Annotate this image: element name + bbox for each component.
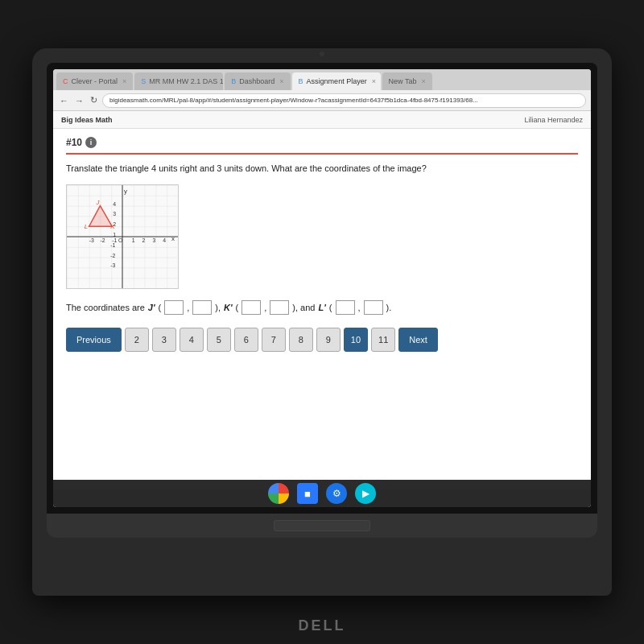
pagination: Previous 2 3 4 5 6 7 8 9 10 11 Next xyxy=(66,328,578,352)
tab-clever[interactable]: C Clever - Portal × xyxy=(56,72,133,90)
svg-text:4: 4 xyxy=(113,201,116,207)
info-icon[interactable]: i xyxy=(85,137,97,148)
tab-hw[interactable]: S MR MM HW 2.1 DAS 1 - Schoo × xyxy=(134,72,223,90)
graph-container: y x O -3 -2 -1 1 2 3 4 4 3 2 xyxy=(66,184,179,289)
coordinates-line: The coordinates are J' ( , ), K' ( , ), … xyxy=(66,300,578,315)
graph-svg: y x O -3 -2 -1 1 2 3 4 4 3 2 xyxy=(67,185,178,288)
svg-text:-2: -2 xyxy=(110,253,115,258)
tab-assignment-close[interactable]: × xyxy=(372,77,376,85)
svg-text:y: y xyxy=(124,188,127,195)
page-2-button[interactable]: 2 xyxy=(125,328,149,352)
taskbar: ■ ⚙ ▶ xyxy=(53,480,591,507)
page-10-button[interactable]: 10 xyxy=(344,328,368,352)
page-8-button[interactable]: 8 xyxy=(289,328,313,352)
taskbar-camera-icon[interactable]: ▶ xyxy=(355,483,376,504)
svg-text:1: 1 xyxy=(132,237,135,243)
k-prime-label: K' xyxy=(224,303,233,312)
j-comma: , xyxy=(187,303,189,312)
svg-text:3: 3 xyxy=(113,212,116,217)
camera-dot xyxy=(320,52,324,56)
screen: C Clever - Portal × S MR MM HW 2.1 DAS 1… xyxy=(53,69,591,507)
svg-text:O: O xyxy=(118,237,123,243)
k-comma: , xyxy=(264,303,266,312)
tab-dashboard-close[interactable]: × xyxy=(279,77,283,85)
question-number-text: #10 xyxy=(66,137,82,148)
k-paren-open: ( xyxy=(236,303,239,312)
svg-text:x: x xyxy=(171,235,175,242)
app-title: Big Ideas Math xyxy=(61,116,113,124)
page-5-button[interactable]: 5 xyxy=(207,328,231,352)
previous-button[interactable]: Previous xyxy=(66,328,122,352)
svg-text:J: J xyxy=(96,199,100,206)
j-paren-open: ( xyxy=(159,303,162,312)
j-x-input[interactable] xyxy=(164,300,184,315)
svg-text:1: 1 xyxy=(113,232,116,237)
svg-text:4: 4 xyxy=(163,237,166,243)
tab-hw-label: MR MM HW 2.1 DAS 1 - Schoo xyxy=(149,77,223,85)
page-4-button[interactable]: 4 xyxy=(180,328,204,352)
coord-label: The coordinates are xyxy=(66,303,145,312)
question-number-row: #10 i xyxy=(66,137,578,148)
taskbar-chrome-icon[interactable] xyxy=(268,483,289,504)
tab-new[interactable]: New Tab × xyxy=(382,72,432,90)
k-paren-close: ), and xyxy=(292,303,315,312)
laptop-base xyxy=(47,514,597,538)
j-paren-close: ), xyxy=(215,303,221,312)
svg-text:3: 3 xyxy=(152,237,155,243)
tab-assignment[interactable]: B Assignment Player × xyxy=(292,72,381,90)
reload-button[interactable]: ↻ xyxy=(89,95,99,105)
trackpad[interactable] xyxy=(274,520,370,531)
page-7-button[interactable]: 7 xyxy=(262,328,286,352)
l-paren-open: ( xyxy=(329,303,332,312)
svg-text:K: K xyxy=(110,224,115,231)
tab-dashboard-label: Dashboard xyxy=(239,77,275,85)
l-paren-close: ). xyxy=(386,303,392,312)
address-text: bigideasmath.com/MRL/pal-8/app/#/student… xyxy=(109,97,478,104)
dell-logo: DELL xyxy=(299,617,346,634)
page-11-button[interactable]: 11 xyxy=(371,328,395,352)
next-button[interactable]: Next xyxy=(398,328,438,352)
svg-text:L: L xyxy=(85,224,88,231)
back-button[interactable]: ← xyxy=(58,96,70,105)
page-9-button[interactable]: 9 xyxy=(316,328,341,352)
k-x-input[interactable] xyxy=(242,300,261,315)
tab-clever-close[interactable]: × xyxy=(122,77,126,85)
forward-button[interactable]: → xyxy=(73,96,85,105)
tab-dashboard[interactable]: B Dashboard × xyxy=(225,72,290,90)
l-prime-label: L' xyxy=(318,303,325,312)
k-y-input[interactable] xyxy=(270,300,289,315)
question-divider xyxy=(66,153,578,155)
address-bar[interactable]: bigideasmath.com/MRL/pal-8/app/#/student… xyxy=(102,93,586,108)
l-x-input[interactable] xyxy=(336,300,355,315)
taskbar-files-icon[interactable]: ■ xyxy=(297,483,318,504)
svg-text:-1: -1 xyxy=(110,242,115,248)
page-6-button[interactable]: 6 xyxy=(234,328,258,352)
tab-assignment-label: Assignment Player xyxy=(307,77,367,85)
svg-text:-3: -3 xyxy=(110,263,115,269)
svg-text:2: 2 xyxy=(142,237,146,243)
tab-clever-label: Clever - Portal xyxy=(72,77,118,85)
browser-bar: ← → ↻ bigideasmath.com/MRL/pal-8/app/#/s… xyxy=(53,90,591,111)
j-y-input[interactable] xyxy=(192,300,212,315)
tab-new-close[interactable]: × xyxy=(421,77,425,85)
svg-text:-2: -2 xyxy=(100,237,105,243)
screen-bezel: C Clever - Portal × S MR MM HW 2.1 DAS 1… xyxy=(47,63,597,514)
app-header: Big Ideas Math Liliana Hernandez xyxy=(53,111,591,129)
page-3-button[interactable]: 3 xyxy=(152,328,176,352)
laptop-body: C Clever - Portal × S MR MM HW 2.1 DAS 1… xyxy=(32,48,612,596)
tab-new-label: New Tab xyxy=(389,77,417,85)
l-y-input[interactable] xyxy=(364,300,383,315)
browser-tabs: C Clever - Portal × S MR MM HW 2.1 DAS 1… xyxy=(53,69,591,90)
taskbar-settings-icon[interactable]: ⚙ xyxy=(326,483,347,504)
l-comma: , xyxy=(358,303,361,312)
question-text: Translate the triangle 4 units right and… xyxy=(66,163,578,175)
content-area: #10 i Translate the triangle 4 units rig… xyxy=(53,129,591,489)
svg-text:-3: -3 xyxy=(89,237,94,243)
user-name: Liliana Hernandez xyxy=(524,116,583,124)
j-prime-label: J' xyxy=(148,303,155,312)
